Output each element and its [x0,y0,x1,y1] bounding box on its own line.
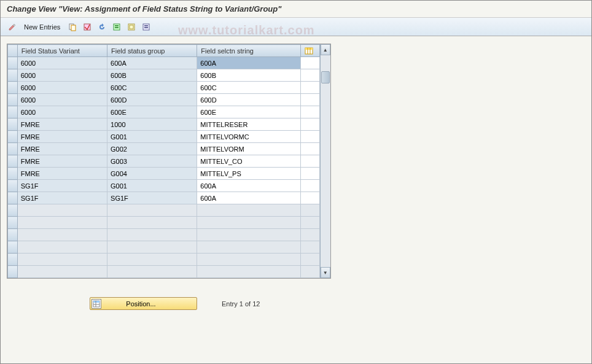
cell-group[interactable]: 600C [107,82,197,94]
cell-variant[interactable]: FMRE [17,131,107,143]
scroll-up-arrow[interactable]: ▲ [321,44,330,55]
cell-string[interactable]: MITTELV_CO [197,155,301,168]
cell-empty[interactable] [107,266,197,278]
row-selector[interactable] [8,131,18,143]
cell-string[interactable]: MITTELVORMC [197,131,301,143]
cell-string[interactable]: 600E [197,106,301,118]
position-button[interactable]: Position... [90,297,197,310]
cell-empty[interactable] [17,266,107,278]
column-header-group[interactable]: Field status group [107,45,197,57]
cell-variant[interactable]: 6000 [17,57,107,69]
row-selector[interactable] [8,204,18,217]
cell-group[interactable]: 600E [107,106,197,118]
row-selector[interactable] [8,168,18,180]
column-header-string[interactable]: Field selctn string [197,45,301,57]
cell-variant[interactable]: FMRE [17,155,107,168]
cell-group[interactable]: 600D [107,94,197,106]
cell-empty[interactable] [301,217,319,229]
cell-variant[interactable]: SG1F [17,192,107,204]
undo-icon[interactable] [96,21,108,33]
row-selector[interactable] [8,229,18,241]
cell-string[interactable]: 600C [197,82,301,94]
cell-empty[interactable] [301,241,319,254]
cell-group[interactable]: 600B [107,69,197,82]
row-selector[interactable] [8,82,18,94]
cell-empty[interactable] [17,229,107,241]
cell-group[interactable]: G004 [107,168,197,180]
cell-empty[interactable] [107,254,197,266]
row-selector[interactable] [8,266,18,278]
row-selector[interactable] [8,254,18,266]
column-header-variant[interactable]: Field Status Variant [17,45,107,57]
row-selector[interactable] [8,155,18,168]
select-block-icon[interactable] [125,21,138,33]
grid-corner[interactable] [8,45,18,57]
watermark-text: www.tutorialkart.com [178,23,315,37]
row-selector[interactable] [8,118,18,131]
cell-empty[interactable] [197,229,301,241]
copy-icon[interactable] [66,21,79,33]
cell-empty[interactable] [197,204,301,217]
cell-group[interactable]: SG1F [107,192,197,204]
cell-empty[interactable] [197,217,301,229]
table-row: FMREG002MITTELVORM [8,143,320,155]
new-entries-button[interactable]: New Entries [20,22,64,32]
cell-variant[interactable]: FMRE [17,118,107,131]
cell-empty[interactable] [197,241,301,254]
cell-variant[interactable]: FMRE [17,168,107,180]
cell-spacer [301,69,319,82]
cell-empty[interactable] [107,241,197,254]
cell-string[interactable]: 600D [197,94,301,106]
cell-empty[interactable] [301,229,319,241]
cell-group[interactable]: G003 [107,155,197,168]
cell-empty[interactable] [301,266,319,278]
cell-group[interactable]: 1000 [107,118,197,131]
cell-string[interactable]: 600B [197,69,301,82]
cell-string[interactable]: 600A [197,192,301,204]
scroll-down-arrow[interactable]: ▼ [321,267,330,278]
cell-empty[interactable] [17,217,107,229]
cell-empty[interactable] [107,204,197,217]
cell-variant[interactable]: FMRE [17,143,107,155]
cell-empty[interactable] [107,229,197,241]
row-selector[interactable] [8,192,18,204]
row-selector[interactable] [8,143,18,155]
cell-group[interactable]: G001 [107,131,197,143]
cell-string[interactable]: 600A [197,180,301,192]
row-selector[interactable] [8,94,18,106]
scroll-thumb[interactable] [321,71,330,83]
cell-empty[interactable] [301,254,319,266]
scroll-track[interactable] [321,55,330,267]
toggle-display-change-icon[interactable] [6,21,18,33]
cell-variant[interactable]: 6000 [17,94,107,106]
row-selector[interactable] [8,57,18,69]
cell-variant[interactable]: 6000 [17,106,107,118]
cell-variant[interactable]: 6000 [17,69,107,82]
cell-empty[interactable] [17,254,107,266]
cell-group[interactable]: G001 [107,180,197,192]
cell-empty[interactable] [301,204,319,217]
cell-string[interactable]: MITTELRESER [197,118,301,131]
cell-string[interactable]: MITTELVORM [197,143,301,155]
cell-empty[interactable] [107,217,197,229]
row-selector[interactable] [8,180,18,192]
cell-group[interactable]: 600A [107,57,197,69]
delete-icon[interactable] [81,21,93,33]
row-selector[interactable] [8,241,18,254]
cell-group[interactable]: G002 [107,143,197,155]
cell-empty[interactable] [197,254,301,266]
row-selector[interactable] [8,106,18,118]
select-all-icon[interactable] [111,21,123,33]
cell-variant[interactable]: SG1F [17,180,107,192]
vertical-scrollbar[interactable]: ▲ ▼ [320,44,330,278]
deselect-all-icon[interactable] [140,21,152,33]
cell-variant[interactable]: 6000 [17,82,107,94]
cell-empty[interactable] [197,266,301,278]
configure-columns-icon[interactable] [301,45,319,57]
row-selector[interactable] [8,69,18,82]
cell-string[interactable]: MITTELV_PS [197,168,301,180]
cell-string[interactable]: 600A [197,57,301,69]
cell-empty[interactable] [17,241,107,254]
row-selector[interactable] [8,217,18,229]
cell-empty[interactable] [17,204,107,217]
